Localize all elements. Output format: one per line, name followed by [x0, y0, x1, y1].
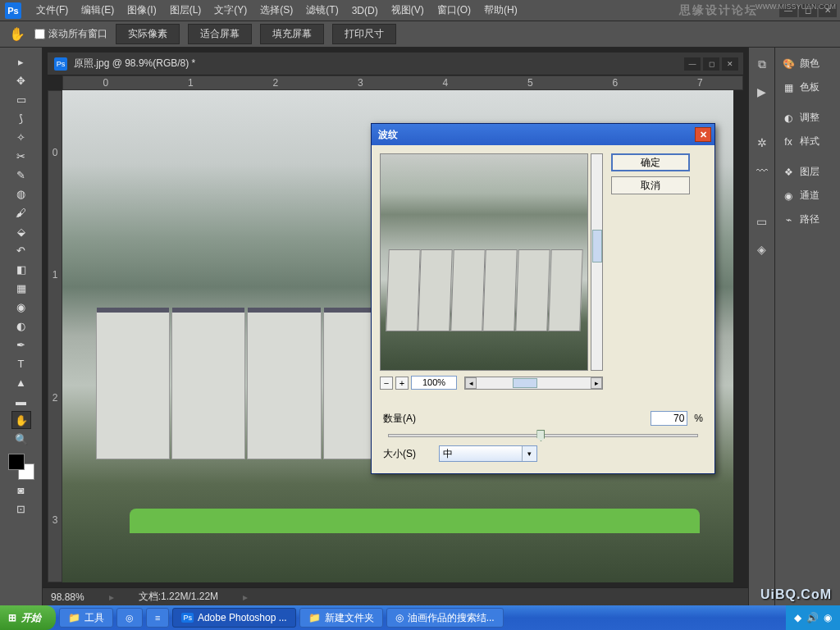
zoom-in-button[interactable]: + — [395, 377, 409, 390]
menu-layer[interactable]: 图层(L) — [163, 1, 208, 20]
ok-button[interactable]: 确定 — [611, 153, 690, 171]
pen-tool[interactable]: ✒ — [11, 336, 31, 354]
shape-tool[interactable]: ▬ — [11, 392, 31, 410]
menu-help[interactable]: 帮助(H) — [477, 1, 524, 20]
panel-channels[interactable]: ◉通道 — [775, 185, 840, 207]
task-browser[interactable]: ◎油画作品的搜索结... — [386, 608, 504, 628]
print-size-button[interactable]: 打印尺寸 — [332, 24, 396, 44]
task-tools[interactable]: 📁工具 — [59, 608, 113, 628]
panel-paths[interactable]: ⌁路径 — [775, 208, 840, 231]
ps-doc-icon: Ps — [54, 57, 67, 71]
history-panel-icon[interactable]: ⧉ — [754, 56, 770, 72]
scroll-all-checkbox[interactable]: 滚动所有窗口 — [34, 27, 107, 41]
ripple-dialog: 波纹 ✕ − + 100% ◂▸ 确定 取消 数量(A) — [371, 123, 715, 474]
panel-color[interactable]: 🎨颜色 — [775, 52, 840, 75]
preview-hscroll[interactable]: ◂▸ — [464, 377, 603, 390]
eraser-tool[interactable]: ◧ — [11, 260, 31, 278]
healing-brush-tool[interactable]: ◍ — [11, 185, 31, 203]
actual-pixels-button[interactable]: 实际像素 — [116, 24, 180, 44]
right-dock: ⧉ ▶ ✲ 〰 ▭ ◈ — [748, 48, 774, 605]
status-bar: 98.88% ▸ 文档:1.22M/1.22M ▸ — [43, 587, 748, 605]
task-explorer[interactable]: ≡ — [146, 608, 169, 628]
amount-input[interactable] — [651, 411, 687, 426]
history-brush-tool[interactable]: ↶ — [11, 241, 31, 259]
menu-text[interactable]: 文字(Y) — [208, 1, 253, 20]
palette-icon: 🎨 — [782, 57, 795, 71]
tray-icon[interactable]: ◆ — [794, 612, 801, 623]
stamp-tool[interactable]: ⬙ — [11, 222, 31, 240]
paths-icon: ⌁ — [782, 213, 795, 226]
menu-edit[interactable]: 编辑(E) — [75, 1, 121, 20]
cancel-button[interactable]: 取消 — [611, 176, 690, 194]
menu-view[interactable]: 视图(V) — [385, 1, 431, 20]
zoom-tool[interactable]: 🔍 — [11, 430, 31, 448]
menu-bar: Ps 文件(F) 编辑(E) 图像(I) 图层(L) 文字(Y) 选择(S) 滤… — [0, 0, 840, 21]
fx-icon: fx — [782, 135, 795, 148]
magic-wand-tool[interactable]: ✧ — [11, 128, 31, 146]
menu-select[interactable]: 选择(S) — [253, 1, 299, 20]
ruler-horizontal: 01234567 — [62, 75, 743, 90]
panel-swatches[interactable]: ▦色板 — [775, 76, 840, 98]
menu-filter[interactable]: 滤镜(T) — [299, 1, 345, 20]
doc-maximize-icon[interactable]: ◻ — [703, 57, 719, 71]
contrast-icon: ◐ — [782, 112, 795, 125]
doc-close-icon[interactable]: ✕ — [722, 57, 738, 71]
lasso-tool[interactable]: ⟆ — [11, 109, 31, 127]
document-tab[interactable]: Ps 原照.jpg @ 98.9%(RGB/8) * — ◻ ✕ — [48, 52, 743, 75]
amount-slider[interactable] — [388, 434, 698, 437]
task-folder[interactable]: 📁新建文件夹 — [299, 608, 383, 628]
document-title: 原照.jpg @ 98.9%(RGB/8) * — [74, 57, 195, 71]
fit-screen-button[interactable]: 适合屏幕 — [188, 24, 252, 44]
hand-tool[interactable]: ✋ — [11, 411, 31, 429]
app-logo-icon: Ps — [5, 2, 21, 19]
toolbox: ▸ ✥ ▭ ⟆ ✧ ✂ ✎ ◍ 🖌 ⬙ ↶ ◧ ▦ ◉ ◐ ✒ T ▲ ▬ ✋ … — [0, 48, 43, 605]
type-tool[interactable]: T — [11, 354, 31, 372]
screenmode-icon[interactable]: ⊡ — [11, 500, 31, 518]
zoom-level[interactable]: 98.88% — [51, 591, 84, 603]
task-photoshop[interactable]: PsAdobe Photoshop ... — [172, 608, 295, 628]
zoom-value: 100% — [411, 376, 457, 390]
layers-icon: ❖ — [782, 166, 795, 179]
para-panel-icon[interactable]: ◈ — [754, 241, 770, 258]
size-combo[interactable]: 中▾ — [439, 445, 537, 462]
dialog-close-icon[interactable]: ✕ — [695, 127, 711, 142]
amount-unit: % — [694, 413, 703, 424]
blur-tool[interactable]: ◉ — [11, 298, 31, 316]
crop-tool[interactable]: ✂ — [11, 147, 31, 165]
dialog-titlebar[interactable]: 波纹 ✕ — [372, 124, 714, 145]
foreground-color[interactable] — [8, 454, 25, 470]
properties-panel-icon[interactable]: ✲ — [754, 135, 770, 151]
panel-layers[interactable]: ❖图层 — [775, 161, 840, 183]
doc-minimize-icon[interactable]: — — [684, 57, 701, 71]
dodge-tool[interactable]: ◐ — [11, 317, 31, 335]
start-button[interactable]: 开始 — [0, 605, 56, 630]
menu-file[interactable]: 文件(F) — [30, 1, 75, 20]
system-tray[interactable]: ◆🔊◉ — [786, 605, 840, 630]
quickmask-icon[interactable]: ◙ — [11, 481, 31, 499]
path-select-tool[interactable]: ▲ — [11, 373, 31, 391]
panel-adjustments[interactable]: ◐调整 — [775, 107, 840, 129]
watermark-bottom: UiBQ.CoM — [760, 587, 832, 602]
watermark-url: WWW.MISSYUAN.COM — [756, 2, 836, 11]
tray-icon[interactable]: ◉ — [824, 612, 832, 623]
menu-image[interactable]: 图像(I) — [121, 1, 162, 20]
actions-panel-icon[interactable]: ▶ — [754, 84, 770, 100]
info-panel-icon[interactable]: 〰 — [754, 162, 770, 179]
preview-vscroll[interactable] — [591, 153, 603, 371]
tray-icon[interactable]: 🔊 — [806, 612, 819, 623]
preview-image[interactable] — [380, 153, 588, 371]
char-panel-icon[interactable]: ▭ — [754, 213, 770, 230]
menu-3d[interactable]: 3D(D) — [345, 2, 385, 19]
panel-styles[interactable]: fx样式 — [775, 130, 840, 153]
gradient-tool[interactable]: ▦ — [11, 279, 31, 297]
color-swatch[interactable] — [8, 454, 34, 480]
marquee-tool[interactable]: ▭ — [11, 90, 31, 108]
task-qq[interactable]: ◎ — [116, 608, 143, 628]
zoom-out-button[interactable]: − — [380, 377, 393, 390]
move-tool[interactable]: ✥ — [11, 71, 31, 89]
fill-screen-button[interactable]: 填充屏幕 — [260, 24, 324, 44]
menu-window[interactable]: 窗口(O) — [431, 1, 477, 20]
brush-tool[interactable]: 🖌 — [11, 203, 31, 221]
expand-arrow-icon[interactable]: ▸ — [11, 52, 31, 71]
eyedropper-tool[interactable]: ✎ — [11, 166, 31, 184]
